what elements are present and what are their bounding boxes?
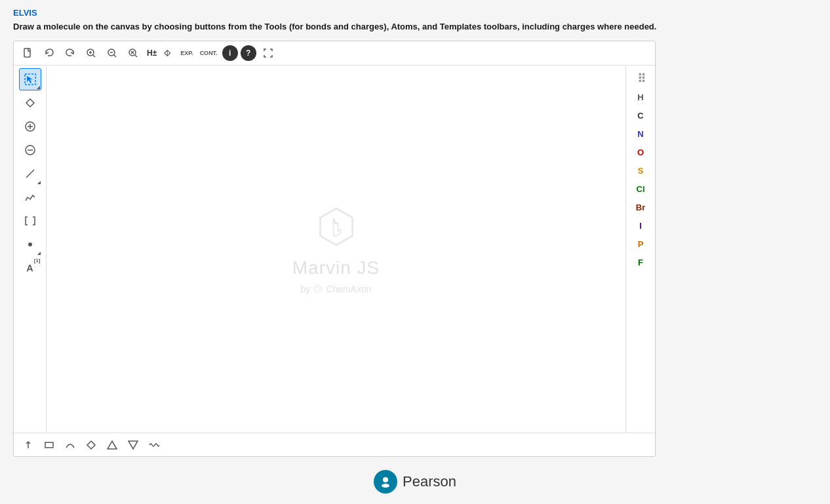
canvas-wrapper: A [1] Marvin JS by [14, 66, 655, 433]
svg-marker-33 [108, 441, 117, 449]
svg-text:CA: CA [315, 286, 321, 291]
atom-C-button[interactable]: C [629, 107, 652, 123]
remove-tool-button[interactable] [19, 139, 41, 161]
redo-button[interactable] [61, 44, 79, 62]
svg-marker-34 [128, 441, 138, 449]
cont-button[interactable]: CONT. [198, 44, 220, 62]
atom-O-button[interactable]: O [629, 144, 652, 160]
atom-P-button[interactable]: P [629, 236, 652, 252]
svg-line-25 [26, 170, 34, 178]
circle-up-button[interactable] [61, 436, 79, 454]
2d-button[interactable] [161, 44, 176, 62]
drawing-canvas[interactable]: Marvin JS by CA ChemAxon [47, 66, 625, 433]
info-button[interactable]: i [222, 45, 238, 61]
exp-button[interactable]: EXP. [178, 44, 195, 62]
svg-marker-32 [87, 441, 95, 449]
pearson-name: Pearson [403, 473, 456, 490]
svg-point-35 [383, 477, 388, 482]
atom-Cl-button[interactable]: Cl [629, 181, 652, 197]
pearson-footer: Pearson [0, 457, 830, 500]
atom-grid-button[interactable]: ⠿ [629, 71, 652, 87]
marvin-watermark: Marvin JS by CA ChemAxon [292, 204, 380, 294]
zoom-out-button[interactable] [103, 44, 121, 62]
marvin-subtitle: by CA ChemAxon [300, 284, 371, 294]
svg-line-15 [165, 53, 167, 56]
help-button[interactable]: ? [241, 45, 256, 61]
svg-line-13 [167, 50, 170, 53]
new-button[interactable] [19, 44, 37, 62]
triangle-down-button[interactable] [124, 436, 142, 454]
atom-F-button[interactable]: F [629, 254, 652, 270]
bottom-toolbar [14, 433, 655, 456]
left-toolbar: A [1] [14, 66, 47, 433]
svg-marker-19 [26, 99, 34, 107]
app-title: ELVIS [13, 8, 817, 18]
clean-button[interactable]: H± [145, 44, 159, 62]
atom-map-tool-button[interactable] [19, 233, 41, 256]
eraser-tool-button[interactable] [19, 92, 41, 114]
atom-N-button[interactable]: N [629, 126, 652, 142]
arrow-up-button[interactable] [19, 436, 37, 454]
atom-I-button[interactable]: I [629, 218, 652, 233]
fullscreen-button[interactable] [259, 44, 277, 62]
svg-rect-0 [24, 48, 30, 57]
svg-rect-31 [45, 442, 53, 448]
svg-line-11 [135, 55, 137, 57]
top-toolbar: H± EXP. CONT. i ? [14, 41, 655, 66]
svg-point-26 [28, 242, 32, 246]
chain-tool-button[interactable] [19, 186, 41, 208]
marvin-title: Marvin JS [292, 258, 380, 279]
zoom-in-button[interactable] [82, 44, 100, 62]
svg-line-7 [114, 55, 116, 57]
svg-line-4 [93, 55, 95, 57]
svg-point-36 [382, 484, 389, 488]
svg-line-14 [167, 53, 170, 56]
add-tool-button[interactable] [19, 115, 41, 138]
svg-marker-27 [320, 208, 352, 245]
wavy-button[interactable] [145, 436, 163, 454]
zoom-reset-button[interactable] [124, 44, 142, 62]
undo-button[interactable] [40, 44, 58, 62]
editor-container: H± EXP. CONT. i ? [13, 41, 656, 457]
bracket-tool-button[interactable] [19, 210, 41, 232]
select-tool-button[interactable] [19, 68, 41, 90]
bond-tool-button[interactable] [19, 163, 41, 185]
right-toolbar: ⠿ H C N O S Cl Br I P F [625, 66, 655, 433]
diamond-button[interactable] [82, 436, 100, 454]
instruction-text: Draw a molecule on the canvas by choosin… [13, 22, 817, 31]
atom-Br-button[interactable]: Br [629, 199, 652, 215]
atom-H-button[interactable]: H [629, 89, 652, 105]
atom-S-button[interactable]: S [629, 163, 652, 178]
svg-line-12 [165, 50, 167, 53]
triangle-up-button[interactable] [103, 436, 121, 454]
rectangle-button[interactable] [40, 436, 58, 454]
text-tool-button[interactable]: A [1] [19, 257, 41, 279]
svg-marker-18 [27, 76, 33, 83]
pearson-logo [374, 470, 397, 494]
